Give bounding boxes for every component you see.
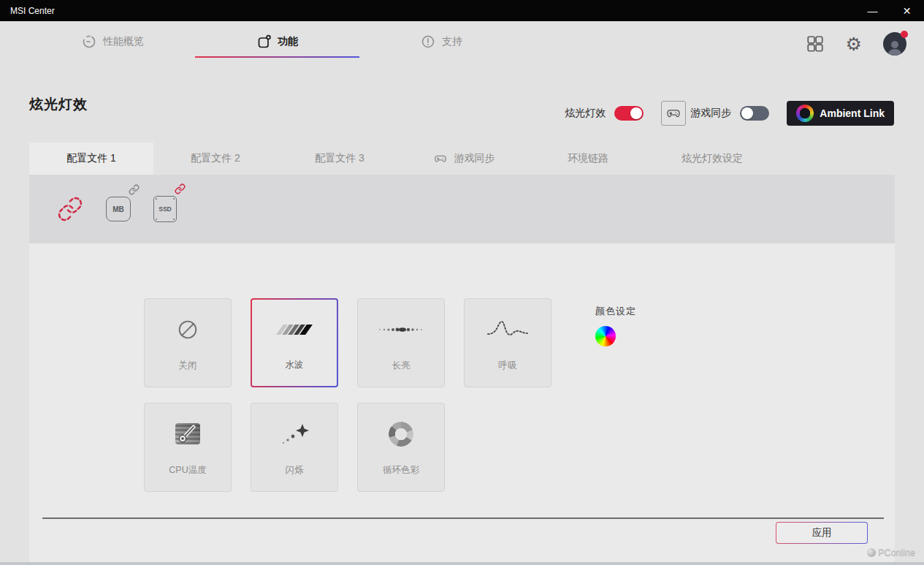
effect-label: 呼吸 (499, 360, 517, 372)
wave-stripes-icon (280, 300, 309, 359)
sparkle-icon (280, 403, 309, 464)
minimize-button[interactable]: — (855, 0, 890, 21)
nav-item-features[interactable]: 功能 (195, 21, 359, 62)
ambient-link-button[interactable]: Ambient Link (787, 101, 894, 126)
effect-card-off[interactable]: 关闭 (144, 298, 232, 387)
device-motherboard[interactable]: MB (106, 197, 131, 221)
nav-item-label: 功能 (278, 35, 298, 48)
tab-profile-2[interactable]: 配置文件 2 (153, 143, 278, 175)
link-badge-active-icon (175, 183, 186, 194)
app-title: MSI Center (10, 6, 55, 16)
effect-label: CPU温度 (169, 464, 206, 477)
mystic-light-toggle-label: 炫光灯效 (565, 107, 606, 120)
window-controls: — ✕ (855, 0, 924, 21)
features-app-icon (256, 34, 271, 49)
effect-label: 长亮 (392, 360, 411, 372)
device-band: MB SSD (29, 175, 895, 243)
ban-icon (176, 299, 199, 360)
game-sync-gamepad-icon (661, 101, 686, 126)
effects-panel: 关闭 水波 (29, 243, 895, 565)
gamepad-icon (433, 151, 448, 166)
breath-wave-icon (486, 299, 529, 360)
color-setting-label: 颜色设定 (595, 305, 636, 318)
link-all-devices-icon[interactable] (57, 196, 83, 222)
notification-dot (901, 31, 908, 38)
toggle-knob (630, 107, 642, 119)
effect-label: 水波 (286, 359, 304, 371)
tab-mystic-light-settings[interactable]: 炫光灯效设定 (650, 143, 774, 175)
tab-label: 配置文件 1 (66, 152, 116, 165)
nav-item-support[interactable]: 支持 (359, 21, 524, 62)
pconline-watermark: PConline (867, 547, 915, 558)
window-bottom-edge (0, 562, 924, 565)
nav-item-label: 性能概览 (103, 35, 144, 48)
device-ssd[interactable]: SSD (153, 196, 177, 222)
header-controls: 炫光灯效 游戏同步 Ambient Link (565, 101, 894, 126)
user-avatar[interactable] (883, 32, 906, 56)
nav-item-label: 支持 (442, 35, 462, 48)
link-badge-icon (129, 184, 140, 195)
screw-dot (156, 198, 157, 200)
screw-dot (156, 219, 157, 220)
tab-ambient-link[interactable]: 环境链路 (526, 143, 650, 175)
top-nav: 性能概览 功能 支持 (31, 21, 524, 62)
tab-profile-3[interactable]: 配置文件 3 (278, 143, 402, 175)
nav-item-performance[interactable]: 性能概览 (31, 21, 195, 62)
tab-label: 配置文件 3 (315, 152, 364, 165)
pconline-logo-icon (867, 548, 876, 557)
support-bubble-icon (421, 34, 435, 49)
tab-game-sync[interactable]: 游戏同步 (402, 143, 526, 175)
close-button[interactable]: ✕ (890, 0, 924, 21)
tab-label: 游戏同步 (454, 152, 495, 165)
cpu-temp-icon (175, 403, 200, 464)
effect-card-cpu-temp[interactable]: CPU温度 (144, 403, 232, 492)
effect-card-color-cycle[interactable]: 循环色彩 (357, 403, 445, 492)
tab-profile-1[interactable]: 配置文件 1 (29, 143, 153, 175)
mystic-light-toggle[interactable] (614, 106, 644, 121)
game-sync-toggle-label: 游戏同步 (690, 107, 731, 120)
color-ring-icon (389, 403, 413, 464)
effect-cards: 关闭 水波 (144, 298, 551, 492)
page-title: 炫光灯效 (29, 95, 88, 114)
ambient-link-logo-icon (796, 105, 814, 122)
effect-label: 关闭 (179, 360, 197, 372)
apps-grid-icon[interactable] (806, 34, 825, 53)
tab-label: 环境链路 (568, 152, 608, 165)
effect-label: 闪烁 (286, 464, 304, 477)
effect-label: 循环色彩 (383, 464, 419, 477)
ssd-icon: SSD (153, 196, 177, 222)
screw-dot (173, 198, 175, 200)
effect-card-breathing[interactable]: 呼吸 (464, 298, 551, 387)
nav-right-icons: ⚙ (806, 21, 906, 67)
screw-dot (173, 219, 175, 220)
performance-gauge-icon (82, 34, 96, 49)
apply-button[interactable]: 应用 (776, 522, 868, 544)
color-wheel-picker[interactable] (595, 326, 616, 346)
footer-divider (42, 517, 884, 519)
settings-gear-icon[interactable]: ⚙ (846, 35, 862, 53)
game-sync-toggle[interactable] (740, 106, 769, 121)
tab-label: 炫光灯效设定 (681, 152, 743, 165)
tab-label: 配置文件 2 (191, 152, 240, 165)
device-label: SSD (159, 205, 171, 213)
ambient-link-label: Ambient Link (820, 107, 885, 119)
toggle-knob (741, 107, 753, 119)
profile-tabs: 配置文件 1 配置文件 2 配置文件 3 游戏同步 环境链路 炫光灯效设定 (29, 143, 774, 175)
steady-dots-icon (378, 299, 424, 360)
effect-card-flashing[interactable]: 闪烁 (251, 403, 338, 492)
color-setting: 颜色设定 (595, 305, 636, 346)
motherboard-icon: MB (106, 197, 131, 221)
device-label: MB (112, 205, 124, 213)
watermark-text: PConline (878, 547, 915, 558)
effect-card-water-wave[interactable]: 水波 (251, 298, 338, 387)
effect-card-steady[interactable]: 长亮 (357, 298, 445, 387)
title-bar: MSI Center — ✕ (0, 0, 924, 21)
